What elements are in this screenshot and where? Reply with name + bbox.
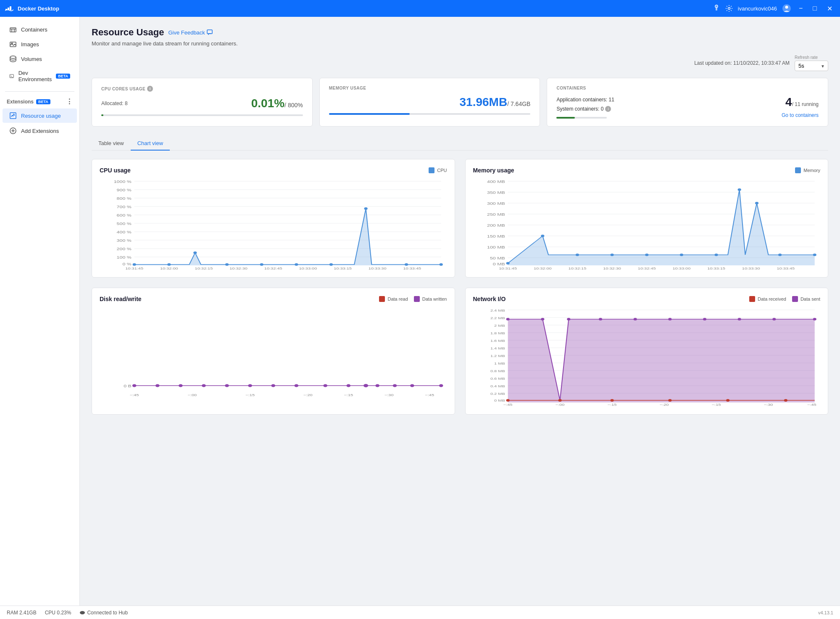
memory-chart-svg: 400 MB 350 MB 300 MB 250 MB 200 MB 150 M… xyxy=(473,177,821,270)
svg-rect-16 xyxy=(207,30,212,34)
svg-point-42 xyxy=(225,263,229,266)
svg-text:~:45: ~:45 xyxy=(425,393,434,397)
svg-text:2 MB: 2 MB xyxy=(494,324,505,328)
svg-point-79 xyxy=(610,254,614,256)
svg-text:200 MB: 200 MB xyxy=(487,223,505,227)
sys-containers-info-icon[interactable]: i xyxy=(605,106,611,112)
sidebar-item-volumes[interactable]: Volumes xyxy=(3,52,77,66)
sidebar-item-containers[interactable]: Containers xyxy=(3,22,77,37)
refresh-rate-select[interactable]: 5s 10s 30s xyxy=(795,61,828,71)
cpu-chart-container: CPU usage CPU xyxy=(92,159,455,278)
images-label: Images xyxy=(21,41,39,48)
close-button[interactable]: ✕ xyxy=(824,4,835,13)
svg-text:10:33:45: 10:33:45 xyxy=(403,267,421,270)
svg-text:10:33:15: 10:33:15 xyxy=(334,267,352,270)
stats-row: CPU CORES USAGE i Allocated: 8 0.01%/ 80… xyxy=(92,78,828,127)
svg-text:~:00: ~:00 xyxy=(555,403,564,407)
maximize-button[interactable]: □ xyxy=(810,4,819,13)
dev-env-badge: BETA xyxy=(56,74,70,79)
disk-chart-container: Disk read/write Data read Data written 0… xyxy=(92,288,455,415)
version-label: v4.13.1 xyxy=(818,610,833,615)
page-header: Resource Usage Give Feedback xyxy=(92,27,828,38)
disk-chart-svg: 0 B xyxy=(100,306,447,398)
svg-point-12 xyxy=(10,56,16,58)
svg-point-156 xyxy=(813,318,816,320)
net-sent-legend-label: Data sent xyxy=(801,296,820,302)
sidebar: Containers Images Volumes xyxy=(0,17,80,619)
svg-point-157 xyxy=(506,399,509,402)
svg-point-152 xyxy=(668,318,671,320)
sidebar-divider xyxy=(5,91,74,92)
svg-rect-2 xyxy=(10,6,11,10)
svg-text:10:32:15: 10:32:15 xyxy=(568,267,586,270)
svg-point-48 xyxy=(440,263,443,266)
disk-read-legend-label: Data read xyxy=(387,296,408,302)
svg-text:2.2 MB: 2.2 MB xyxy=(490,316,505,320)
sidebar-item-dev-environments[interactable]: Dev Environments BETA xyxy=(3,66,77,86)
extensions-menu-button[interactable]: ⋮ xyxy=(66,98,73,106)
svg-text:100 MB: 100 MB xyxy=(487,245,505,249)
page-title: Resource Usage xyxy=(92,27,164,38)
svg-text:10:32:45: 10:32:45 xyxy=(264,267,282,270)
memory-chart-container: Memory usage Memory xyxy=(465,159,829,278)
svg-text:150 MB: 150 MB xyxy=(487,234,505,238)
disk-read-legend-box xyxy=(379,296,385,302)
cpu-info-icon[interactable]: i xyxy=(147,86,153,92)
svg-point-100 xyxy=(155,384,160,387)
disk-chart-title: Disk read/write xyxy=(100,296,142,302)
refresh-rate-container: Refresh rate 5s 10s 30s ▼ xyxy=(795,55,828,71)
network-chart-title: Network I/O xyxy=(473,296,506,302)
svg-text:~:45: ~:45 xyxy=(503,403,512,407)
svg-text:700 %: 700 % xyxy=(117,205,132,209)
svg-text:0.2 MB: 0.2 MB xyxy=(490,392,505,396)
svg-text:~:15: ~:15 xyxy=(607,403,616,407)
svg-point-150 xyxy=(598,318,602,320)
sidebar-item-images[interactable]: Images xyxy=(3,37,77,51)
svg-point-43 xyxy=(260,263,263,266)
svg-text:350 MB: 350 MB xyxy=(487,190,505,195)
svg-text:400 MB: 400 MB xyxy=(487,180,505,184)
docker-whale-icon xyxy=(5,5,14,12)
minimize-button[interactable]: − xyxy=(796,4,805,13)
svg-point-84 xyxy=(755,202,758,204)
svg-text:10:33:45: 10:33:45 xyxy=(777,267,795,270)
main-content: Resource Usage Give Feedback Monitor and… xyxy=(80,17,840,619)
svg-point-81 xyxy=(679,254,683,256)
containers-progress xyxy=(556,117,614,119)
svg-point-108 xyxy=(347,384,351,387)
svg-point-158 xyxy=(558,399,561,402)
give-feedback-link[interactable]: Give Feedback xyxy=(168,29,212,36)
cpu-chart-area: 1000 % 900 % 800 % 700 % 600 % 500 % 400… xyxy=(100,177,447,270)
tab-chart-view[interactable]: Chart view xyxy=(131,137,170,151)
go-to-containers-link[interactable]: Go to containers xyxy=(782,112,819,118)
settings-icon[interactable] xyxy=(725,5,733,12)
cpu-chart-title: CPU usage xyxy=(100,167,131,174)
svg-text:~:20: ~:20 xyxy=(303,393,313,397)
svg-point-80 xyxy=(645,254,648,256)
svg-point-39 xyxy=(133,263,136,266)
tabs-row: Table view Chart view xyxy=(92,137,828,151)
svg-text:10:33:00: 10:33:00 xyxy=(672,267,690,270)
user-avatar-icon[interactable] xyxy=(782,4,791,13)
svg-text:10:33:15: 10:33:15 xyxy=(707,267,725,270)
dev-env-label: Dev Environments xyxy=(18,70,52,82)
disk-legend: Data read Data written xyxy=(379,296,447,302)
sidebar-item-add-extensions[interactable]: Add Extensions xyxy=(3,124,77,138)
connection-status: Connected to Hub xyxy=(79,610,128,616)
svg-text:~:45: ~:45 xyxy=(807,403,816,407)
username: ivancurkovic046 xyxy=(738,5,777,12)
net-received-legend-box xyxy=(749,296,755,302)
notifications-icon[interactable] xyxy=(713,5,720,12)
svg-text:~:00: ~:00 xyxy=(188,393,197,397)
svg-point-105 xyxy=(271,384,275,387)
svg-marker-146 xyxy=(508,319,814,402)
memory-legend-box xyxy=(795,167,801,173)
svg-point-162 xyxy=(784,399,787,402)
ram-value: RAM 2.41GB xyxy=(7,610,37,616)
resource-usage-icon xyxy=(9,112,17,119)
tab-table-view[interactable]: Table view xyxy=(92,137,131,151)
sidebar-item-resource-usage[interactable]: Resource usage xyxy=(3,108,77,123)
cpu-card-title: CPU CORES USAGE xyxy=(101,87,145,91)
memory-card: MEMORY USAGE 31.96MB/ 7.64GB xyxy=(319,78,540,127)
ram-status: RAM 2.41GB xyxy=(7,610,37,616)
